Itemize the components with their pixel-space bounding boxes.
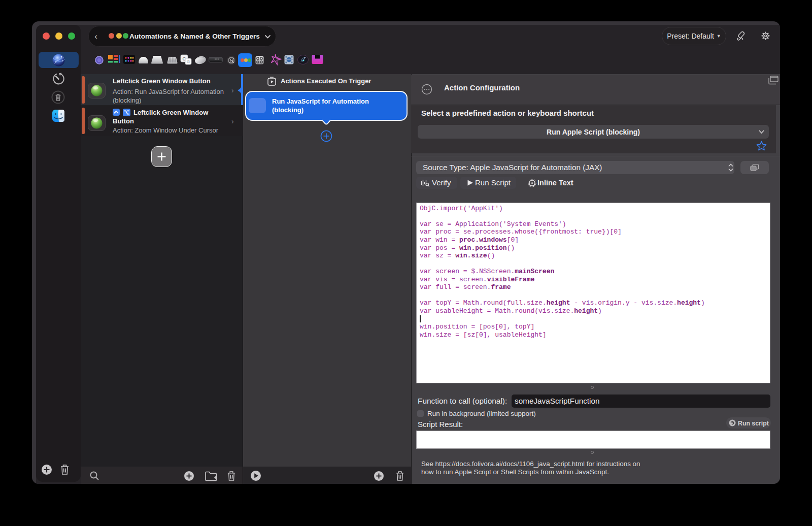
- svg-text:G: G: [187, 59, 190, 64]
